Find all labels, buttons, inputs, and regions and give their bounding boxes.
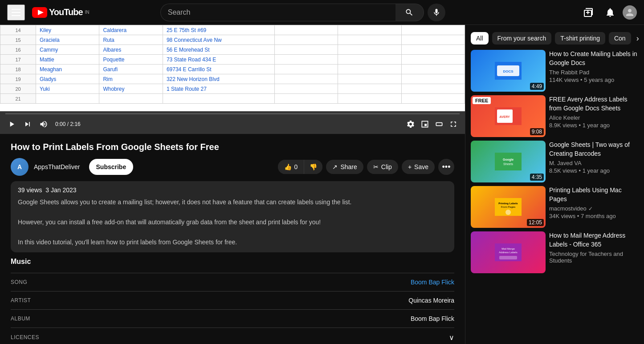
youtube-logo[interactable]: YouTubeIN (32, 7, 90, 18)
chip-tshirt[interactable]: T-shirt printing (555, 32, 605, 45)
video-player[interactable]: 14 Kiley Caldarera 25 E 75th St #69 15 G… (0, 25, 465, 134)
progress-bar[interactable] (5, 113, 460, 114)
rec-title-2: FREE Avery Address Labels from Google Do… (549, 95, 639, 113)
duration-badge-1: 4:49 (530, 83, 544, 90)
thumb-art-1: DOCS (495, 62, 522, 80)
search-form (160, 4, 424, 21)
volume-button[interactable] (37, 118, 50, 130)
chip-con[interactable]: Con (609, 32, 631, 45)
description-section: 39 views 3 Jan 2023 Google Sheets allows… (11, 181, 454, 252)
cell-address: 73 State Road 434 E (163, 55, 274, 65)
svg-point-14 (505, 210, 511, 215)
voice-search-button[interactable] (428, 4, 445, 21)
cell-empty (274, 25, 338, 35)
next-button[interactable] (21, 118, 34, 130)
like-button[interactable]: 👍 0 (278, 160, 305, 174)
thumbs-down-icon: 👎 (310, 163, 317, 170)
rec-stats-1: 114K views • 5 years ago (549, 77, 639, 83)
cell-address: 322 New Horizon Blvd (163, 74, 274, 84)
table-row: 17 Mattie Poquette 73 State Road 434 E (0, 55, 465, 65)
clip-icon: ✂ (373, 163, 379, 170)
cell-empty (338, 25, 401, 35)
search-input[interactable] (160, 4, 395, 21)
svg-rect-8 (495, 153, 522, 170)
cell-empty (401, 45, 465, 55)
controls-row: 0:00 / 2:16 (5, 118, 460, 130)
theater-icon (435, 120, 444, 129)
cell-empty (338, 65, 401, 74)
description-text: Google Sheets allows you to create a mai… (18, 197, 447, 247)
time-display: 0:00 / 2:16 (55, 121, 81, 127)
channel-info: A AppsThatDeliver Subscribe (11, 158, 133, 176)
free-badge-2: FREE (473, 97, 491, 104)
music-section-title: Music (11, 258, 454, 266)
cell-last: Ruta (99, 35, 163, 45)
youtube-country: IN (85, 10, 90, 15)
rec-video-5[interactable]: Mail Merge Address Labels How to Mail Me… (471, 231, 639, 273)
save-button[interactable]: + Save (402, 160, 435, 174)
table-row: 16 Cammy Albares 56 E Morehead St (0, 45, 465, 55)
hamburger-line (12, 12, 20, 13)
controls-right (404, 118, 460, 130)
user-avatar[interactable] (623, 5, 637, 20)
microphone-icon (432, 8, 441, 17)
chips-next-button[interactable]: › (636, 34, 639, 43)
cell-empty (401, 65, 465, 74)
chip-all[interactable]: All (471, 32, 489, 45)
search-button[interactable] (395, 4, 424, 21)
video-info: How to Print Labels From Google Sheets f… (0, 134, 465, 176)
channel-avatar[interactable]: A (11, 158, 29, 176)
bell-icon (605, 7, 615, 18)
rec-channel-3: M. Javed VA (549, 160, 639, 166)
notifications-button[interactable] (601, 4, 619, 21)
svg-text:Printing Labels: Printing Labels (498, 202, 518, 205)
channel-name[interactable]: AppsThatDeliver (34, 163, 80, 170)
cell-last: Whobrey (99, 84, 163, 94)
header-center (160, 4, 445, 21)
settings-button[interactable] (404, 118, 417, 130)
youtube-wordmark: YouTube (49, 7, 83, 17)
licences-expand-button[interactable]: ∨ (64, 328, 454, 344)
dislike-button[interactable]: 👎 (304, 160, 322, 174)
chip-from-search[interactable]: From your search (492, 32, 552, 45)
subscribe-button[interactable]: Subscribe (89, 159, 134, 175)
create-button[interactable] (580, 4, 598, 21)
cell-empty (274, 65, 338, 74)
cell-empty (401, 55, 465, 65)
more-options-button[interactable]: ••• (438, 159, 454, 175)
cell-last: Albares (99, 45, 163, 55)
table-row: 15 Graciela Ruta 98 Connecticut Ave Nw (0, 35, 465, 45)
rec-video-3[interactable]: Google Sheets 4:35 Google Sheets | Two w… (471, 141, 639, 182)
cell-empty (274, 45, 338, 55)
cell-last: Caldarera (99, 25, 163, 35)
cell-empty (274, 84, 338, 94)
cell-empty (274, 55, 338, 65)
miniplayer-button[interactable] (419, 118, 431, 130)
header-left: YouTubeIN (7, 4, 90, 20)
rec-title-1: How to Create Mailing Labels in Google D… (549, 50, 639, 67)
row-num: 17 (0, 55, 36, 65)
rec-title-5: How to Mail Merge Address Labels - Offic… (549, 231, 639, 249)
thumb-art-3: Google Sheets (495, 153, 522, 170)
music-licences-row: LICENCES ∨ (11, 328, 454, 344)
video-actions: A AppsThatDeliver Subscribe 👍 0 👎 (11, 158, 454, 176)
rec-video-1[interactable]: DOCS 4:49 How to Create Mailing Labels i… (471, 50, 639, 92)
rec-stats-2: 8.9K views • 1 year ago (549, 122, 639, 129)
play-button[interactable] (5, 118, 18, 130)
rec-info-1: How to Create Mailing Labels in Google D… (549, 50, 639, 92)
theater-mode-button[interactable] (433, 118, 445, 130)
song-value[interactable]: Boom Bap Flick (64, 273, 454, 291)
clip-button[interactable]: ✂ Clip (367, 160, 398, 174)
ellipsis-icon: ••• (442, 162, 451, 172)
rec-thumb-1: DOCS 4:49 (471, 50, 546, 92)
share-button[interactable]: ↗ Share (326, 160, 363, 174)
fullscreen-button[interactable] (447, 118, 460, 130)
youtube-logo-icon (32, 7, 47, 18)
cell-empty (274, 35, 338, 45)
row-num: 18 (0, 65, 36, 74)
rec-video-2[interactable]: AVERY FREE 9:08 FREE Avery Address Label… (471, 95, 639, 137)
rec-video-4[interactable]: Printing Labels From Pages 12:05 Printin… (471, 186, 639, 228)
thumb-art-4: Printing Labels From Pages (495, 198, 522, 216)
hamburger-menu-button[interactable] (7, 4, 25, 20)
rec-title-4: Printing Labels Using Mac Pages (549, 186, 639, 203)
